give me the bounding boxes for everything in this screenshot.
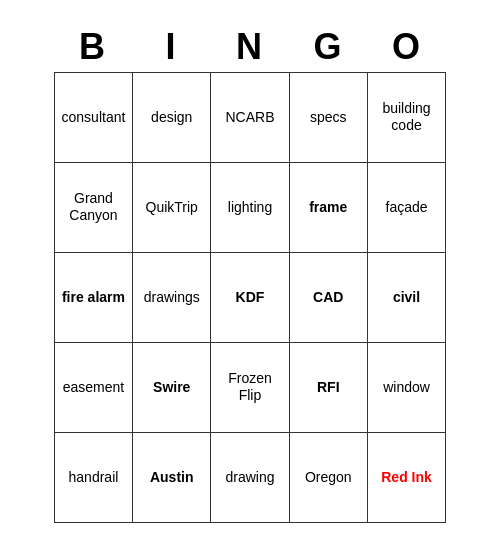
header-n: N xyxy=(211,22,289,72)
cell-r1-c3: frame xyxy=(289,162,367,252)
header-i: I xyxy=(132,22,210,72)
cell-r3-c4: window xyxy=(367,342,445,432)
cell-r4-c2: drawing xyxy=(211,432,289,522)
cell-r0-c2: NCARB xyxy=(211,72,289,162)
cell-r4-c3: Oregon xyxy=(289,432,367,522)
cell-r3-c2: Frozen Flip xyxy=(211,342,289,432)
bingo-header: B I N G O xyxy=(54,22,446,72)
header-b: B xyxy=(54,22,132,72)
cell-r2-c0: fire alarm xyxy=(54,252,132,342)
cell-r4-c4: Red Ink xyxy=(367,432,445,522)
header-g: G xyxy=(289,22,367,72)
cell-r2-c1: drawings xyxy=(133,252,211,342)
cell-r3-c0: easement xyxy=(54,342,132,432)
header-o: O xyxy=(368,22,446,72)
cell-r0-c3: specs xyxy=(289,72,367,162)
cell-r2-c2: KDF xyxy=(211,252,289,342)
cell-r2-c4: civil xyxy=(367,252,445,342)
cell-r1-c1: QuikTrip xyxy=(133,162,211,252)
cell-r1-c2: lighting xyxy=(211,162,289,252)
cell-r0-c4: building code xyxy=(367,72,445,162)
cell-r1-c4: façade xyxy=(367,162,445,252)
bingo-grid: consultantdesignNCARBspecsbuilding codeG… xyxy=(54,72,446,523)
cell-r4-c1: Austin xyxy=(133,432,211,522)
cell-r0-c1: design xyxy=(133,72,211,162)
cell-r3-c1: Swire xyxy=(133,342,211,432)
cell-r3-c3: RFI xyxy=(289,342,367,432)
cell-r4-c0: handrail xyxy=(54,432,132,522)
cell-r1-c0: Grand Canyon xyxy=(54,162,132,252)
cell-r2-c3: CAD xyxy=(289,252,367,342)
cell-r0-c0: consultant xyxy=(54,72,132,162)
